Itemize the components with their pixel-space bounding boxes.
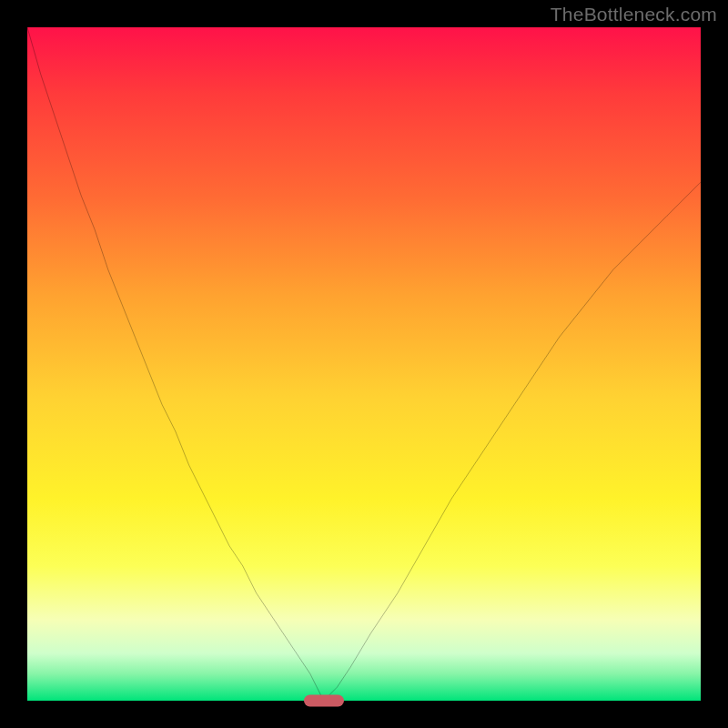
watermark-text: TheBottleneck.com [551, 4, 717, 25]
curve-layer [27, 27, 701, 701]
left-curve [27, 27, 324, 701]
min-marker [304, 695, 344, 707]
right-curve [324, 182, 701, 701]
plot-area [27, 27, 701, 701]
chart-frame: TheBottleneck.com [0, 0, 728, 728]
